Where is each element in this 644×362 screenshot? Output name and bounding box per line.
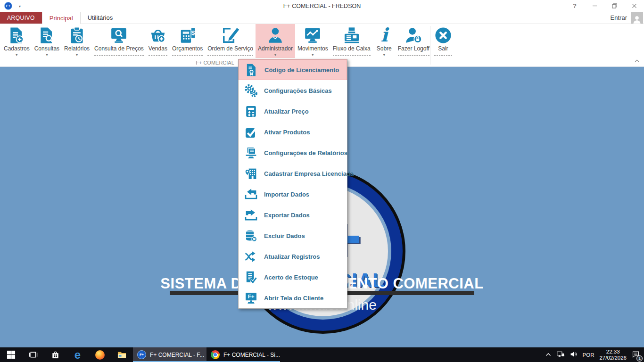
window-title: F+ COMERCIAL - FREDSON — [0, 3, 644, 9]
dashed-underline — [333, 52, 371, 58]
ribbon-button-vendas[interactable]: Vendas — [146, 24, 170, 58]
menu-item-configuracoes-basicas[interactable]: Configurações Básicas — [239, 80, 347, 101]
menu-item-atualizar-preco[interactable]: Atualizar Preço — [239, 101, 347, 122]
taskbar: e F+ F+ COMERCIAL - F... F+ COMERCIAL - … — [0, 347, 644, 362]
cash-register-icon — [343, 26, 361, 44]
system-tray: POR 22:33 27/02/2026 1 — [545, 347, 644, 362]
ribbon-button-fazer-logoff[interactable]: Fazer Logoff — [396, 24, 432, 58]
dashed-underline — [149, 52, 167, 58]
menu-item-codigo-de-licenciamento[interactable]: Código de Licenciamento — [239, 59, 347, 80]
edge-icon[interactable]: e — [66, 347, 89, 362]
close-circle-icon — [434, 26, 452, 44]
administrador-dropdown-menu: Código de Licenciamento Configurações Bá… — [238, 59, 347, 309]
dropdown-arrow-icon: ▾ — [4, 52, 30, 58]
shuffle-icon — [244, 250, 258, 263]
sign-in-link[interactable]: Entrar — [611, 14, 627, 21]
person-icon — [266, 26, 284, 44]
check-square-icon — [244, 125, 258, 139]
monitor-chart-icon — [304, 26, 322, 44]
customize-quick-access-icon[interactable]: ▾ — [19, 4, 21, 8]
network-icon[interactable] — [556, 350, 564, 360]
tray-time: 22:33 — [599, 349, 627, 355]
taskbar-app-chrome[interactable]: F+ COMERCIAL - Si... — [206, 347, 280, 362]
action-center-icon[interactable]: 1 — [632, 350, 640, 360]
chrome-icon — [211, 350, 220, 359]
title-bar: F+ ▾ F+ COMERCIAL - FREDSON ? — [0, 0, 644, 12]
tab-principal[interactable]: Principal — [42, 12, 81, 24]
taskbar-app-label: F+ COMERCIAL - Si... — [223, 352, 280, 358]
menu-item-ativar-produtos[interactable]: Ativar Produtos — [239, 122, 347, 142]
ribbon-group-label: F+ COMERCIAL — [0, 60, 430, 66]
ribbon-button-consultas[interactable]: Consultas ▾ — [32, 24, 62, 58]
pen-document-icon — [222, 26, 239, 44]
ribbon-button-consulta-de-precos[interactable]: Consulta de Preços — [92, 24, 146, 58]
close-button[interactable] — [624, 0, 644, 12]
building-pin-icon — [244, 167, 258, 181]
calculator-dollar-icon — [179, 26, 197, 44]
menu-item-exportar-dados[interactable]: Exportar Dados — [239, 205, 347, 225]
database-delete-icon — [244, 229, 258, 243]
license-document-icon — [245, 63, 258, 77]
basket-add-icon — [149, 26, 167, 44]
ribbon-button-sair[interactable]: Sair — [432, 24, 454, 58]
collapse-ribbon-icon[interactable] — [635, 57, 639, 64]
dashed-underline — [172, 52, 203, 58]
ribbon-button-movimentos[interactable]: Movimentos ▾ — [295, 24, 330, 58]
info-icon — [375, 26, 393, 44]
ribbon-button-ordem-de-servico[interactable]: Ordem de Serviço — [205, 24, 256, 58]
ribbon-button-fluxo-de-caixa[interactable]: Fluxo de Caixa — [330, 24, 373, 58]
person-lock-icon — [405, 26, 422, 44]
show-hidden-icons-icon[interactable] — [545, 351, 551, 358]
clipboard-clock-icon — [68, 26, 86, 44]
ribbon-tab-row: ARQUIVO Principal Utilitários Entrar — [0, 12, 644, 24]
task-view-icon[interactable] — [22, 347, 44, 362]
quick-access-toolbar: F+ ▾ — [0, 2, 21, 10]
document-add-icon — [8, 26, 25, 44]
dashed-underline — [94, 52, 144, 58]
restore-button[interactable] — [604, 0, 624, 12]
firefox-icon[interactable] — [89, 347, 111, 362]
taskbar-app-fplus[interactable]: F+ F+ COMERCIAL - F... — [133, 347, 206, 362]
document-search-icon — [38, 26, 56, 44]
taskbar-app-label: F+ COMERCIAL - F... — [150, 352, 204, 358]
ribbon-button-relatorios[interactable]: Relatórios ▾ — [62, 24, 92, 58]
language-indicator[interactable]: POR — [583, 352, 594, 358]
menu-item-importar-dados[interactable]: Importar Dados — [239, 184, 347, 205]
dashed-underline — [434, 52, 452, 58]
ribbon-group-separator — [430, 26, 430, 65]
tray-date: 27/02/2026 — [599, 355, 627, 361]
calculator-icon — [244, 105, 258, 118]
help-button[interactable]: ? — [565, 0, 585, 12]
notification-badge: 1 — [636, 355, 643, 362]
file-explorer-icon[interactable] — [111, 347, 133, 362]
gears-icon — [244, 84, 258, 98]
dropdown-arrow-icon: ▾ — [64, 52, 90, 58]
dropdown-arrow-icon: ▾ — [34, 52, 59, 58]
menu-item-abrir-tela-do-cliente[interactable]: Abrir Tela do Cliente — [239, 288, 347, 308]
import-data-icon — [244, 188, 258, 201]
ribbon-button-cadastros[interactable]: Cadastros ▾ — [1, 24, 32, 58]
dropdown-arrow-icon: ▾ — [375, 52, 393, 58]
menu-item-atualizar-registros[interactable]: Atualizar Registros — [239, 246, 347, 267]
minimize-button[interactable] — [585, 0, 604, 12]
fplus-app-icon: F+ — [137, 350, 146, 359]
ribbon-button-administrador[interactable]: Administrador ▾ — [256, 24, 295, 58]
export-data-icon — [244, 208, 258, 222]
dashed-underline — [207, 52, 253, 58]
menu-item-excluir-dados[interactable]: Excluir Dados — [239, 225, 347, 246]
user-avatar-icon[interactable] — [631, 12, 643, 24]
ribbon-button-orcamentos[interactable]: Orçamentos — [170, 24, 205, 58]
start-button[interactable] — [0, 347, 22, 362]
microsoft-store-icon[interactable] — [44, 347, 66, 362]
menu-item-cadastrar-empresa-licenciada[interactable]: Cadastrar Empresa Licenciada — [239, 163, 347, 184]
dropdown-arrow-icon: ▾ — [258, 52, 293, 58]
clock[interactable]: 22:33 27/02/2026 — [599, 349, 627, 361]
tab-arquivo[interactable]: ARQUIVO — [0, 12, 42, 24]
printer-report-icon — [244, 146, 258, 160]
menu-item-configuracoes-de-relatorios[interactable]: Configurações de Relatórios — [239, 142, 347, 163]
tab-utilitarios[interactable]: Utilitários — [81, 12, 120, 24]
dashed-underline — [398, 52, 429, 58]
volume-icon[interactable] — [570, 350, 578, 360]
ribbon-button-sobre[interactable]: Sobre ▾ — [373, 24, 396, 58]
menu-item-acerto-de-estoque[interactable]: Acerto de Estoque — [239, 267, 347, 288]
